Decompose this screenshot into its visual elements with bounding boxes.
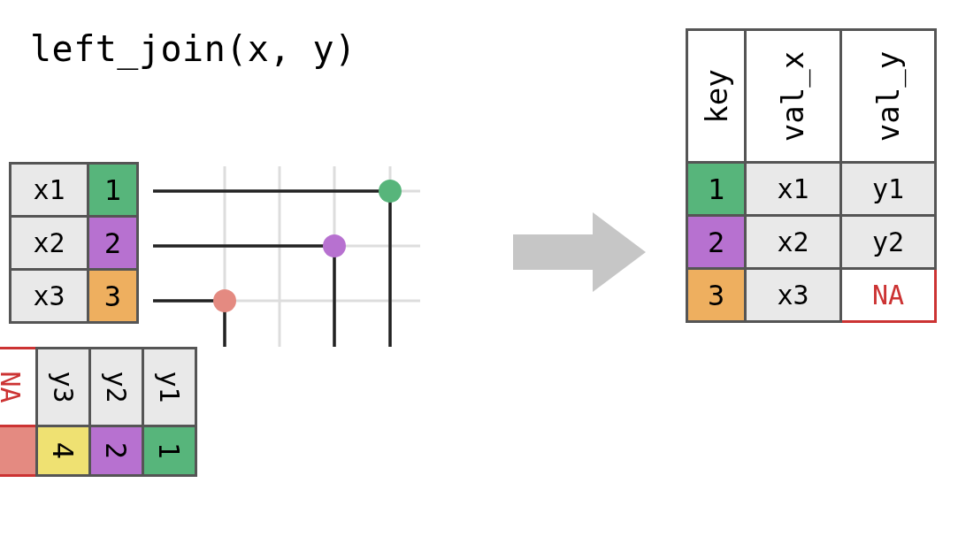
table-x: x1 1 x2 2 x3 3 <box>9 162 139 324</box>
arrow-icon <box>513 212 646 292</box>
table-row: x3 3 <box>11 270 138 323</box>
x-key-2: 3 <box>88 270 138 323</box>
diagram-title: left_join(x, y) <box>30 28 356 69</box>
result-header-valx: val_x <box>746 30 840 163</box>
x-val-1: x2 <box>11 217 88 270</box>
match-dot-3 <box>213 289 236 312</box>
result-vy-2: NA <box>840 269 935 322</box>
result-vx-0: x1 <box>746 163 840 216</box>
result-key-2: 3 <box>687 269 746 322</box>
table-row: 3 x3 NA <box>687 269 936 322</box>
table-row: NA <box>0 349 37 476</box>
result-vx-1: x2 <box>746 216 840 269</box>
x-val-0: x1 <box>11 164 88 217</box>
y-key-3 <box>0 426 37 476</box>
table-row: y3 4 <box>37 349 90 476</box>
y-val-2: y3 <box>37 349 90 426</box>
y-key-0: 1 <box>143 426 196 476</box>
table-row: 2 x2 y2 <box>687 216 936 269</box>
table-row: x1 1 <box>11 164 138 217</box>
table-row: 1 x1 y1 <box>687 163 936 216</box>
match-dot-2 <box>323 234 346 257</box>
y-val-0: y1 <box>143 349 196 426</box>
match-dot-1 <box>379 180 402 203</box>
x-key-0: 1 <box>88 164 138 217</box>
table-row: y2 2 <box>90 349 143 476</box>
svg-marker-13 <box>513 212 646 292</box>
result-header-key: key <box>687 30 746 163</box>
table-y-wrap: y1 1 y2 2 y3 4 NA <box>0 347 197 477</box>
y-key-2: 4 <box>37 426 90 476</box>
x-key-1: 2 <box>88 217 138 270</box>
table-y: y1 1 y2 2 y3 4 NA <box>0 347 197 477</box>
x-val-2: x3 <box>11 270 88 323</box>
result-vy-1: y2 <box>840 216 935 269</box>
table-result: key val_x val_y 1 x1 y1 2 x2 y2 3 x3 NA <box>686 28 937 323</box>
y-key-1: 2 <box>90 426 143 476</box>
result-key-1: 2 <box>687 216 746 269</box>
y-val-3: NA <box>0 349 37 426</box>
table-row: y1 1 <box>143 349 196 476</box>
result-vy-0: y1 <box>840 163 935 216</box>
result-header-valy: val_y <box>840 30 935 163</box>
result-vx-2: x3 <box>746 269 840 322</box>
table-row: x2 2 <box>11 217 138 270</box>
y-val-1: y2 <box>90 349 143 426</box>
result-key-0: 1 <box>687 163 746 216</box>
